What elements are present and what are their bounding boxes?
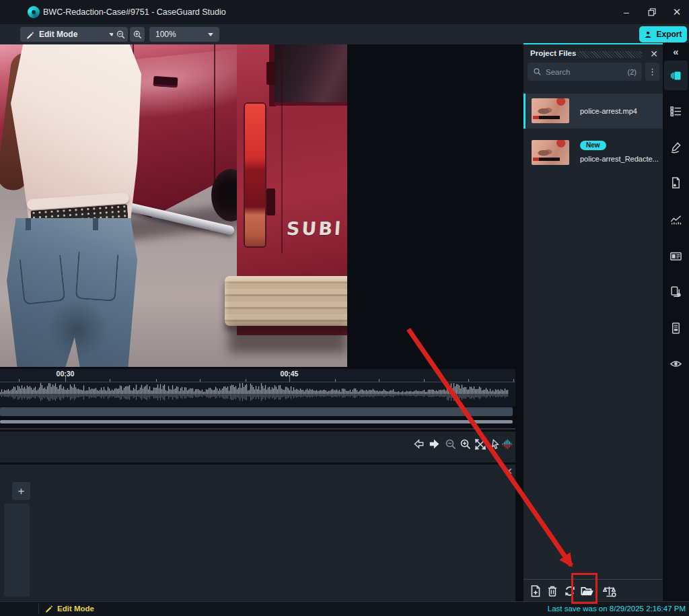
annotation-highlight-box (571, 573, 597, 604)
project-files-panel: Project Files ✕ Search (2) ⋮ police-arre… (523, 43, 663, 601)
panel-menu-button[interactable]: ⋮ (645, 63, 659, 81)
zoom-out-icon (116, 30, 126, 40)
file-count: (2) (628, 68, 637, 76)
export-user-icon (644, 30, 653, 39)
pencil-icon (44, 604, 53, 613)
timeline-controls (0, 432, 515, 463)
redo-arrow-button[interactable] (428, 438, 441, 451)
sidebar-item-preview-eye[interactable] (669, 357, 682, 370)
add-file-button[interactable] (529, 584, 544, 599)
video-thumbnail (532, 98, 569, 123)
video-preview-canvas[interactable]: SUBl (0, 44, 347, 367)
drag-handle-texture[interactable] (577, 51, 642, 58)
vehicle-lettering: SUBl (286, 218, 347, 239)
zoom-in-icon (133, 30, 143, 40)
sidebar-item-redaction-brush[interactable] (669, 141, 682, 153)
sidebar-item-id-card[interactable] (669, 250, 682, 263)
collapse-panel-button[interactable]: « (663, 44, 689, 59)
timeline-ruler[interactable]: 00:30 00:45 (0, 369, 515, 382)
file-item[interactable]: New police-arrest_Redacte... (523, 135, 663, 170)
timeline-zoom-in-button[interactable] (459, 438, 472, 451)
status-mode-indicator: Edit Mode (44, 604, 94, 613)
search-input[interactable]: Search (2) (528, 63, 642, 81)
caseguard-logo-icon (28, 6, 40, 18)
sidebar-item-notes-document[interactable] (669, 322, 682, 335)
project-files-icon (669, 69, 682, 82)
mode-label: Edit Mode (39, 30, 77, 39)
zoom-out-button[interactable] (113, 27, 128, 42)
timeline-scrollbar[interactable] (0, 420, 513, 423)
undo-arrow-button[interactable] (412, 438, 425, 451)
sidebar-item-analytics[interactable] (669, 213, 682, 226)
minimize-button[interactable]: – (616, 4, 637, 20)
effects-panel: ✕ + (0, 465, 515, 601)
file-name: police-arrest_Redacte... (580, 155, 659, 163)
zoom-level-dropdown[interactable]: 100% (149, 27, 219, 42)
search-icon (533, 67, 542, 76)
title-bar: BWC-Redaction-Case#9751 - CaseGuard Stud… (0, 0, 689, 24)
panel-header[interactable]: Project Files ✕ (523, 47, 663, 62)
audio-waveform-track[interactable] (0, 382, 515, 407)
panel-close-button[interactable]: ✕ (503, 466, 514, 477)
add-effect-button[interactable]: + (12, 482, 30, 500)
panel-close-button[interactable]: ✕ (649, 48, 659, 59)
search-placeholder: Search (546, 68, 570, 76)
app-window: BWC-Redaction-Case#9751 - CaseGuard Stud… (0, 0, 689, 616)
sidebar-item-media-document[interactable] (669, 176, 682, 189)
compare-scales-button[interactable] (602, 584, 617, 599)
zoom-in-button[interactable] (130, 27, 145, 42)
waveform-view-button[interactable] (501, 438, 514, 451)
waveform-graphic (0, 382, 515, 407)
tool-sidebar: « (663, 43, 689, 601)
fit-timeline-button[interactable] (474, 438, 487, 451)
last-save-status: Last save was on 8/29/2025 2:16:47 PM (548, 605, 686, 613)
file-item-selected[interactable]: police-arrest.mp4 (523, 94, 663, 129)
video-thumbnail (532, 140, 569, 165)
effects-list-column[interactable] (4, 504, 30, 596)
new-badge: New (580, 141, 606, 150)
close-button[interactable]: ✕ (667, 4, 687, 20)
window-title: BWC-Redaction-Case#9751 - CaseGuard Stud… (43, 0, 226, 24)
select-cursor-button[interactable] (488, 438, 502, 451)
delete-file-button[interactable] (546, 584, 560, 599)
panel-title: Project Files (530, 49, 576, 57)
timeline-zoom-out-button[interactable] (444, 438, 458, 451)
export-label: Export (656, 30, 682, 39)
export-button[interactable]: Export (639, 26, 687, 42)
pencil-icon (26, 30, 34, 39)
sidebar-item-task-list[interactable] (669, 105, 682, 118)
video-suv: SUBl (237, 44, 347, 335)
restore-icon (648, 8, 656, 16)
zoom-level-value: 100% (155, 30, 176, 39)
sidebar-item-project-files-active[interactable] (664, 61, 688, 90)
file-name: police-arrest.mp4 (580, 107, 637, 115)
sidebar-item-copy-info[interactable] (669, 285, 682, 298)
restore-button[interactable] (642, 4, 662, 20)
chevron-down-icon (208, 33, 213, 36)
timeline-track-segment[interactable] (0, 407, 513, 416)
mode-dropdown[interactable]: Edit Mode (20, 27, 120, 42)
